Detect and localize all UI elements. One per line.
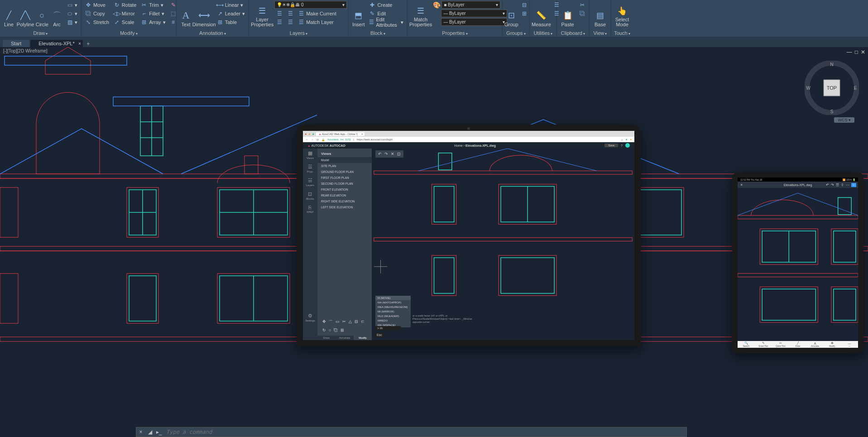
command-input[interactable] (163, 429, 686, 435)
draw-panel-title[interactable]: Draw (2, 29, 79, 37)
tablet-tool[interactable]: ╱Draw (789, 341, 806, 348)
autocomplete-item[interactable]: MLD (MLEADER) (375, 314, 411, 318)
ungroup-button[interactable]: ⊟ (519, 1, 529, 9)
scale-button[interactable]: ⤢Scale (112, 18, 138, 26)
autocomplete-item[interactable]: M (MOVE) (375, 296, 411, 300)
layer-freeze-button[interactable]: ☰ (285, 10, 295, 18)
help-icon[interactable]: ? (621, 144, 623, 147)
undo-button[interactable]: ↶ (378, 152, 382, 156)
view-item[interactable]: FRONT ELEVATION (317, 187, 372, 192)
autocomplete-item[interactable]: MEA (MEASUREGEOM) (375, 305, 411, 309)
wcs-badge[interactable]: WCS ▾ (834, 117, 854, 123)
view-item[interactable]: FIRST FLOOR PLAN (317, 175, 372, 181)
annotation-panel-title[interactable]: Annotation (178, 29, 247, 37)
t-menu[interactable]: ≡ (851, 183, 856, 187)
bottom-tab[interactable]: Draw (317, 336, 336, 340)
autocomplete-item[interactable]: MA (MATCHPROP) (375, 300, 411, 305)
tablet-tool[interactable]: ✂Quick Trim (772, 341, 789, 348)
reload-button[interactable]: ⟳ (317, 138, 319, 141)
arc-button[interactable]: ⌒Arc (50, 1, 64, 27)
redo-button[interactable]: ↷ (384, 152, 388, 156)
browser-tab[interactable]: ▲ AutoCAD Web App - Online C × (316, 132, 364, 136)
match-layer-button[interactable]: ☰Match Layer (296, 18, 338, 26)
tablet-canvas[interactable] (738, 188, 858, 341)
zoom-button[interactable]: ⊡ (397, 152, 401, 156)
view-item[interactable]: GROUND FLOOR PLAN (317, 169, 372, 175)
autocomplete-item[interactable]: MREDO (375, 318, 411, 323)
table-button[interactable]: ⊞Table (215, 18, 247, 26)
webapp-canvas[interactable]: ↶↷✕⊡ M (MOVE)MA (MATCHPROP)MEA (MEASUREG… (372, 149, 634, 340)
insert-button[interactable]: ⬒Insert (350, 1, 366, 27)
stretch-button[interactable]: ⤡Stretch (83, 18, 111, 26)
layer-selector[interactable]: 💡☀❄🔒🖶 0▾ (274, 1, 347, 9)
ellipse-button[interactable]: ⬭▾ (65, 10, 79, 18)
paste-button[interactable]: 📋Paste (559, 1, 576, 27)
properties-panel-title[interactable]: Properties (409, 29, 500, 37)
layer-off-button[interactable]: ☰ (274, 18, 284, 26)
autocomplete-item[interactable]: MI (MIRROR) (375, 309, 411, 314)
tab-file[interactable]: Elevations-XPL*× (30, 40, 83, 47)
web-command-input[interactable]: > m (375, 326, 401, 330)
line-button[interactable]: ╱Line (2, 1, 16, 27)
array-button[interactable]: ⊞Array ▾ (139, 18, 167, 26)
view-item[interactable]: Model (317, 157, 372, 163)
t-share[interactable]: ⇪ (841, 183, 844, 187)
measure-button[interactable]: 📏Measure (532, 1, 551, 27)
lineweight-selector[interactable]: — ByLayer▾ (441, 10, 507, 17)
web-rect-button[interactable]: ▭ (336, 319, 340, 325)
bottom-tab[interactable]: Modify (354, 336, 372, 340)
tablet-tool[interactable]: —— (841, 341, 858, 348)
tablet-tool[interactable]: ✎Smart Pen (755, 341, 772, 348)
trim-button[interactable]: ✂Trim ▾ (139, 1, 167, 9)
bottom-tab[interactable]: Annotate (336, 336, 354, 340)
copy-clip-button[interactable]: ⿻ (577, 10, 587, 18)
block-panel-title[interactable]: Block (350, 29, 405, 37)
web-trim-button[interactable]: ✂ (342, 319, 346, 325)
view-item[interactable]: REAR ELEVATION (317, 192, 372, 198)
save-button[interactable]: Save (604, 144, 618, 147)
circle-button[interactable]: ○Circle (35, 1, 49, 27)
linear-button[interactable]: ⟷Linear ▾ (215, 1, 247, 9)
edit-attributes-button[interactable]: ☰Edit Attributes ▾ (367, 18, 405, 26)
utilities-panel-title[interactable]: Utilities (532, 29, 555, 37)
tab-start[interactable]: Start (3, 40, 29, 47)
snap-button[interactable]: ✕ (391, 152, 394, 156)
layer-iso-button[interactable]: ☰ (274, 10, 284, 18)
view-item[interactable]: LEFT SIDE ELEVATION (317, 204, 372, 210)
rect-button[interactable]: ▭▾ (65, 1, 79, 9)
group-button[interactable]: ⊡Group (504, 1, 518, 27)
base-button[interactable]: ▤Base (591, 1, 609, 27)
nav-prop[interactable]: ☰Prop. (307, 164, 313, 173)
nav-views[interactable]: ▦Views (307, 150, 314, 159)
web-array-button[interactable]: ⊞ (340, 328, 344, 332)
web-rotate-button[interactable]: ↻ (322, 328, 326, 332)
cmd-close-button[interactable]: × (136, 429, 145, 435)
hatch-button[interactable]: ▨▾ (65, 18, 79, 26)
mirror-button[interactable]: ◁▷Mirror (112, 10, 138, 18)
web-arc-button[interactable]: ⌒ (329, 319, 333, 325)
tablet-tool[interactable]: AAnnotate (806, 341, 824, 348)
avatar[interactable] (625, 143, 630, 148)
web-mirror-button[interactable]: △ (349, 319, 352, 325)
tablet-close-button[interactable]: × (740, 182, 743, 187)
layer-lock-button[interactable]: ☰ (285, 18, 295, 26)
viewcube[interactable]: TOP N S E W (805, 61, 859, 115)
view-panel-title[interactable]: View (591, 29, 609, 37)
t-undo[interactable]: ↶ (826, 183, 829, 187)
fillet-button[interactable]: ⌐Fillet ▾ (139, 10, 167, 18)
make-current-button[interactable]: ☰Make Current (296, 10, 338, 18)
color-selector[interactable]: ■ ByLayer▾ (441, 1, 500, 9)
cmd-customize-button[interactable]: ◢ (145, 429, 154, 435)
move-button[interactable]: ✥Move (83, 1, 111, 9)
groups-panel-title[interactable]: Groups (504, 29, 528, 37)
touch-panel-title[interactable]: Touch (613, 29, 631, 37)
breadcrumb[interactable]: Home › Elevations-XPL.dwg (454, 144, 496, 147)
view-item[interactable]: RIGHT SIDE ELEVATION (317, 198, 372, 204)
layers-panel-title[interactable]: Layers (251, 29, 346, 37)
linetype-selector[interactable]: — ByLayer▾ (441, 18, 507, 26)
text-button[interactable]: AText (178, 1, 193, 27)
group-edit-button[interactable]: ⊞ (519, 10, 529, 18)
web-copy-button[interactable]: ⿻ (334, 328, 338, 332)
tablet-tool[interactable]: 🔍Search (738, 341, 755, 348)
t-more[interactable]: ⋯ (846, 183, 849, 187)
